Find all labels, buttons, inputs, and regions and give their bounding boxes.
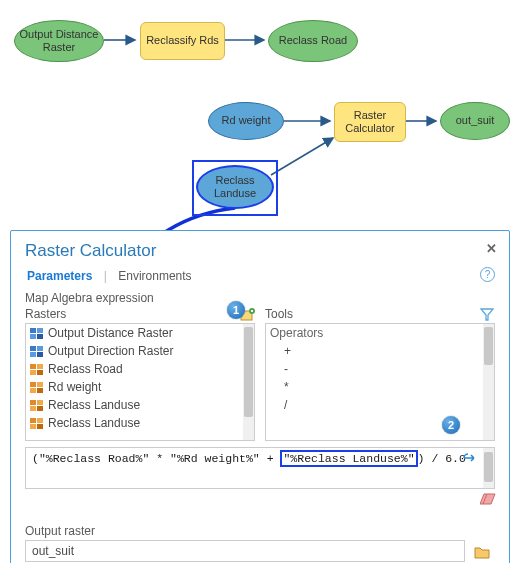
svg-rect-17: [37, 352, 43, 357]
svg-marker-34: [481, 309, 493, 320]
raster-grid-icon: [30, 418, 43, 429]
operator-item[interactable]: +: [266, 342, 494, 360]
node-label: Rd weight: [222, 114, 271, 127]
svg-rect-22: [30, 382, 36, 387]
svg-rect-25: [37, 388, 43, 393]
model-diagram: Output Distance Raster Reclassify Rds Re…: [10, 10, 510, 230]
svg-rect-29: [37, 406, 43, 411]
svg-rect-21: [37, 370, 43, 375]
raster-item-label: Reclass Landuse: [48, 398, 140, 412]
callout-1: 1: [227, 301, 245, 319]
raster-list-item[interactable]: Reclass Landuse: [26, 414, 254, 432]
node-rd-weight[interactable]: Rd weight: [208, 102, 284, 140]
svg-rect-32: [30, 424, 36, 429]
svg-rect-11: [37, 328, 43, 333]
rasters-header: Rasters: [25, 307, 66, 321]
expression-highlight: "%Reclass Landuse%": [280, 450, 417, 467]
tools-listbox[interactable]: Operators +-*/ 2: [265, 323, 495, 441]
raster-list-item[interactable]: Reclass Landuse: [26, 396, 254, 414]
node-reclassify-rds[interactable]: Reclassify Rds: [140, 22, 225, 60]
svg-rect-9: [251, 310, 253, 312]
output-raster-label: Output raster: [25, 524, 495, 538]
node-selection-highlight: [192, 160, 278, 216]
section-label-expression: Map Algebra expression: [25, 291, 495, 305]
scrollbar[interactable]: [483, 448, 494, 488]
svg-rect-27: [37, 400, 43, 405]
svg-rect-19: [37, 364, 43, 369]
svg-rect-30: [30, 418, 36, 423]
raster-grid-icon: [30, 328, 43, 339]
clear-expression-icon[interactable]: [480, 493, 495, 507]
svg-line-4: [271, 138, 333, 175]
raster-list-item[interactable]: Rd weight: [26, 378, 254, 396]
svg-rect-33: [37, 424, 43, 429]
raster-item-label: Reclass Landuse: [48, 416, 140, 430]
raster-grid-icon: [30, 382, 43, 393]
svg-rect-15: [37, 346, 43, 351]
tools-header: Tools: [265, 307, 293, 321]
svg-rect-24: [30, 388, 36, 393]
svg-rect-26: [30, 400, 36, 405]
node-output-distance-raster[interactable]: Output Distance Raster: [14, 20, 104, 62]
node-label: Output Distance Raster: [15, 28, 103, 54]
raster-calculator-dialog: ✕ Raster Calculator Parameters | Environ…: [10, 230, 510, 563]
node-label: Reclassify Rds: [146, 34, 219, 47]
callout-2: 2: [442, 416, 460, 434]
rasters-listbox[interactable]: Output Distance RasterOutput Direction R…: [25, 323, 255, 441]
svg-marker-35: [480, 494, 495, 504]
tab-environments[interactable]: Environments: [116, 267, 193, 285]
tab-separator: |: [104, 269, 107, 283]
scrollbar[interactable]: [243, 324, 254, 440]
scrollbar[interactable]: [483, 324, 494, 440]
raster-list-item[interactable]: Output Distance Raster: [26, 324, 254, 342]
svg-rect-28: [30, 406, 36, 411]
expression-input[interactable]: ("%Reclass Road%" * "%Rd weight%" + "%Re…: [25, 447, 495, 489]
svg-rect-13: [37, 334, 43, 339]
svg-rect-20: [30, 370, 36, 375]
svg-rect-23: [37, 382, 43, 387]
operator-item[interactable]: *: [266, 378, 494, 396]
node-label: Raster Calculator: [335, 109, 405, 135]
node-label: Reclass Road: [279, 34, 347, 47]
raster-item-label: Rd weight: [48, 380, 101, 394]
tab-parameters[interactable]: Parameters: [25, 267, 94, 285]
help-icon[interactable]: ?: [480, 267, 495, 282]
output-raster-input[interactable]: out_suit: [25, 540, 465, 562]
tab-bar: Parameters | Environments ?: [25, 267, 495, 285]
operator-item[interactable]: /: [266, 396, 494, 414]
dialog-title: Raster Calculator: [25, 241, 495, 261]
close-icon[interactable]: ✕: [486, 241, 497, 256]
raster-item-label: Output Distance Raster: [48, 326, 173, 340]
raster-grid-icon: [30, 346, 43, 357]
browse-folder-icon[interactable]: [474, 545, 489, 559]
svg-rect-12: [30, 334, 36, 339]
raster-grid-icon: [30, 364, 43, 375]
operator-item[interactable]: -: [266, 360, 494, 378]
filter-icon[interactable]: [480, 307, 495, 321]
svg-rect-14: [30, 346, 36, 351]
svg-rect-18: [30, 364, 36, 369]
operators-header: Operators: [266, 324, 494, 342]
raster-item-label: Output Direction Raster: [48, 344, 173, 358]
node-out-suit[interactable]: out_suit: [440, 102, 510, 140]
expression-part: ("%Reclass Road%" * "%Rd weight%" +: [32, 452, 280, 465]
svg-rect-31: [37, 418, 43, 423]
node-raster-calculator[interactable]: Raster Calculator: [334, 102, 406, 142]
expression-part: ) / 6.0: [418, 452, 466, 465]
raster-list-item[interactable]: Reclass Road: [26, 360, 254, 378]
raster-item-label: Reclass Road: [48, 362, 123, 376]
svg-rect-16: [30, 352, 36, 357]
svg-rect-10: [30, 328, 36, 333]
raster-list-item[interactable]: Output Direction Raster: [26, 342, 254, 360]
node-reclass-road[interactable]: Reclass Road: [268, 20, 358, 62]
run-expression-icon[interactable]: [463, 452, 478, 466]
node-label: out_suit: [456, 114, 495, 127]
raster-grid-icon: [30, 400, 43, 411]
